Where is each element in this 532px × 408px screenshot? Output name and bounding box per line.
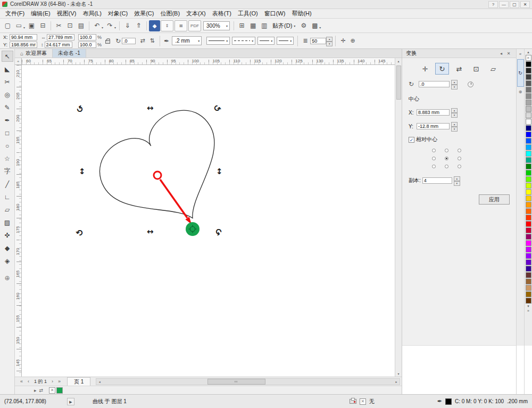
interactive-fill-tool[interactable]: ◆ — [2, 242, 13, 254]
copies-spinner[interactable]: ▴▾ — [454, 176, 460, 185]
shape-tool[interactable]: ◣ — [2, 63, 13, 75]
spin-down-button[interactable]: ▾ — [454, 181, 460, 186]
tab-welcome-screen[interactable]: ⌂ 欢迎屏幕 — [15, 49, 53, 58]
color-swatch[interactable] — [526, 74, 531, 80]
color-swatch[interactable] — [526, 157, 531, 163]
menu-edit[interactable]: 编辑(E) — [28, 9, 54, 18]
paste-button[interactable]: ▤ — [76, 20, 87, 31]
more-tools-button[interactable]: ⊕ — [2, 272, 13, 283]
line-style-combo[interactable]: ▾ — [206, 37, 230, 45]
launcher-menu-button[interactable]: ▩ — [309, 20, 320, 31]
color-swatch[interactable] — [526, 87, 531, 93]
anchor-radio-5[interactable] — [458, 157, 461, 160]
spin-up-button[interactable]: ▴ — [451, 122, 458, 127]
menu-object[interactable]: 对象(C) — [105, 9, 131, 18]
color-swatch[interactable] — [526, 80, 531, 86]
first-page-button[interactable]: « — [18, 379, 25, 384]
show-grid-button[interactable]: ▦ — [247, 20, 259, 31]
palette-expand-button[interactable]: » — [527, 308, 529, 313]
color-swatch[interactable] — [526, 176, 531, 182]
spin-up-button[interactable]: ▴ — [454, 176, 460, 181]
save-button[interactable]: ▣ — [26, 20, 37, 31]
maximize-button[interactable]: ▢ — [510, 1, 519, 8]
show-rulers-button[interactable]: ⊞ — [236, 20, 247, 31]
rectangle-tool[interactable]: □ — [2, 127, 13, 138]
full-screen-preview-button[interactable]: ⊠ — [174, 20, 187, 31]
scroll-down-button[interactable]: ▾ — [397, 371, 399, 377]
color-swatch[interactable] — [526, 266, 531, 272]
skew-handle-right[interactable]: ↕ — [216, 167, 223, 176]
skew-handle-bottom[interactable]: ↔ — [147, 227, 154, 236]
center-x-input[interactable] — [417, 109, 450, 116]
mirror-vertical-button[interactable]: ⇅ — [147, 36, 157, 46]
object-width-input[interactable] — [47, 34, 74, 40]
wrap-offset-input[interactable] — [310, 38, 326, 44]
transform-position-button[interactable]: ✛ — [418, 63, 432, 75]
snap-to-button[interactable]: 贴齐(D)▾ — [270, 22, 298, 30]
artistic-media-tool[interactable]: ✒ — [2, 115, 13, 126]
color-swatch[interactable] — [526, 272, 531, 278]
zoom-tool[interactable]: ◎ — [2, 89, 13, 100]
color-swatch[interactable] — [526, 170, 531, 176]
transparency-tool[interactable]: ▨ — [2, 217, 13, 228]
skew-handle-top[interactable]: ↔ — [147, 103, 154, 113]
menu-help[interactable]: 帮助(H) — [288, 9, 314, 18]
relative-center-checkbox[interactable]: ✓ — [409, 137, 414, 143]
anchor-radio-1[interactable] — [445, 149, 448, 152]
color-swatch[interactable] — [526, 253, 531, 259]
color-swatch[interactable] — [526, 125, 531, 131]
anchor-radio-6[interactable] — [432, 165, 436, 168]
color-swatch[interactable] — [526, 221, 531, 227]
color-swatch[interactable] — [526, 68, 531, 74]
color-swatch[interactable] — [526, 195, 531, 201]
color-swatch[interactable] — [526, 215, 531, 221]
minimize-button[interactable]: — — [499, 1, 509, 8]
color-swatch[interactable] — [526, 183, 531, 189]
spin-down-button[interactable]: ▾ — [326, 42, 332, 46]
palette-scroll-up-button[interactable]: ▴ — [527, 50, 529, 54]
rotation-angle-input[interactable] — [419, 81, 450, 87]
menu-file[interactable]: 文件(F) — [2, 9, 28, 18]
menu-view[interactable]: 视图(V) — [54, 9, 80, 18]
lock-ratio-button[interactable] — [105, 40, 110, 44]
doc-palette-green-swatch[interactable] — [56, 387, 63, 394]
cut-button[interactable]: ✂ — [53, 20, 64, 31]
palette-scroll-down-button[interactable]: ▾ — [527, 304, 529, 308]
chevron-down-icon[interactable]: ▾ — [198, 39, 200, 43]
scale-y-input[interactable] — [78, 42, 96, 48]
color-eyedropper-tool[interactable]: ✜ — [2, 230, 13, 241]
end-arrowhead-combo[interactable]: ▾ — [277, 37, 294, 45]
open-button[interactable]: ▭ — [13, 20, 24, 31]
anchor-radio-0[interactable] — [432, 149, 436, 152]
app-launcher-button[interactable]: ◆ — [149, 20, 160, 31]
chevron-down-icon[interactable]: ▾ — [252, 39, 253, 43]
menu-table[interactable]: 表格(T) — [209, 9, 235, 18]
export-button[interactable]: ⇑ — [133, 20, 144, 31]
chevron-down-icon[interactable]: ▾ — [23, 26, 25, 29]
color-swatch[interactable] — [526, 61, 531, 67]
vertical-ruler[interactable]: 2102052001951901851801751701651601551501… — [15, 65, 22, 377]
wrap-offset-spinner[interactable]: ▴▾ — [326, 37, 332, 45]
rotation-center-handle[interactable] — [186, 222, 200, 236]
color-swatch[interactable] — [526, 285, 531, 291]
drawing-canvas[interactable]: ↺ ↺ ↺ ↺ ↔ ↔ ↕ ↕ — [22, 65, 395, 377]
color-swatch[interactable] — [526, 189, 531, 195]
connector-tool[interactable]: ∟ — [2, 191, 13, 202]
color-swatch[interactable] — [526, 93, 531, 99]
object-x-input[interactable] — [10, 34, 37, 40]
mirror-horizontal-button[interactable]: ⇄ — [138, 36, 147, 46]
scroll-left-button[interactable]: ◂ — [96, 380, 103, 383]
spin-down-button[interactable]: ▾ — [451, 113, 458, 118]
color-swatch[interactable] — [526, 100, 531, 105]
rotate-handle-top-right[interactable]: ↺ — [211, 102, 223, 114]
center-x-spinner[interactable]: ▴▾ — [451, 108, 458, 117]
print-button[interactable]: ⊟ — [37, 20, 48, 31]
menu-effects[interactable]: 效果(C) — [131, 9, 157, 18]
copy-button[interactable]: ⊡ — [64, 20, 76, 31]
import-button[interactable]: ⇓ — [122, 20, 133, 31]
help-button[interactable]: ? — [488, 1, 498, 8]
skew-handle-left[interactable]: ↕ — [79, 167, 86, 176]
object-height-input[interactable] — [45, 42, 72, 48]
scroll-up-button[interactable]: ▴ — [397, 58, 399, 64]
palette-flyout-button[interactable]: ▸ — [34, 388, 37, 393]
